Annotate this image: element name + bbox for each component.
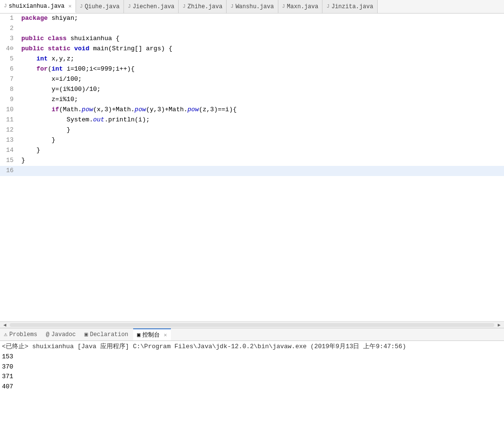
line-number: 11	[0, 115, 17, 125]
table-row: 3 public class shuixianhua {	[0, 34, 504, 44]
console-output-line: 153	[2, 352, 502, 362]
table-row: 14 }	[0, 146, 504, 156]
code-table: 1 package shiyan; 2 3 public class shuix…	[0, 14, 504, 321]
panel-tab-close-icon[interactable]: ✕	[164, 332, 167, 338]
panel-tab-label: 控制台	[142, 331, 160, 339]
line-code[interactable]: }	[17, 125, 504, 135]
line-code[interactable]: System.out.println(i);	[17, 115, 504, 125]
tab-maxn[interactable]: J Maxn.java	[278, 0, 323, 13]
javadoc-icon: @	[46, 331, 49, 338]
line-number: 12	[0, 125, 17, 135]
table-row: 9 z=i%10;	[0, 95, 504, 105]
line-code	[17, 176, 504, 321]
java-file-icon: J	[4, 3, 7, 9]
tab-close-icon[interactable]: ✕	[68, 3, 72, 9]
java-file-icon: J	[80, 4, 83, 9]
java-file-icon: J	[128, 4, 131, 9]
declaration-icon: ▣	[84, 331, 88, 338]
table-row: 13 }	[0, 135, 504, 146]
line-number: 14	[0, 146, 17, 156]
panel-tab-label: Declaration	[90, 331, 128, 338]
horizontal-scrollbar[interactable]: ◀ ▶	[0, 321, 504, 328]
line-number: 7	[0, 74, 17, 85]
panel-tab-label: Javadoc	[51, 331, 76, 338]
line-number: 13	[0, 135, 17, 146]
line-number: 9	[0, 95, 17, 105]
table-row: 10 if(Math.pow(x,3)+Math.pow(y,3)+Math.p…	[0, 105, 504, 115]
tab-jinzita[interactable]: J Jinzita.java	[322, 0, 377, 13]
tab-label: Maxn.java	[287, 3, 319, 10]
tab-label: Jiechen.java	[133, 3, 174, 10]
line-number: 6	[0, 64, 17, 74]
line-code[interactable]: for(int i=100;i<=999;i++){	[17, 64, 504, 74]
line-number: 3	[0, 34, 17, 44]
console-icon: ▣	[137, 331, 140, 339]
tab-shuixianhua[interactable]: J shuixianhua.java ✕	[0, 0, 76, 13]
line-number: 5	[0, 54, 17, 64]
panel-tab-javadoc[interactable]: @ Javadoc	[42, 328, 80, 340]
tab-label: Qiuhe.java	[85, 3, 120, 10]
table-row: 11 System.out.println(i);	[0, 115, 504, 125]
tab-label: Jinzita.java	[331, 3, 373, 10]
line-code[interactable]: public class shuixianhua {	[17, 34, 504, 44]
line-code[interactable]: package shiyan;	[17, 14, 504, 24]
bottom-panel: ⚠ Problems @ Javadoc ▣ Declaration ▣ 控制台…	[0, 328, 504, 428]
panel-tab-console[interactable]: ▣ 控制台 ✕	[133, 328, 171, 340]
table-row: 2	[0, 24, 504, 34]
table-row: 5 int x,y,z;	[0, 54, 504, 64]
line-code[interactable]: z=i%10;	[17, 95, 504, 105]
line-number: 2	[0, 24, 17, 34]
console-status-line: <已终止> shuixianhua [Java 应用程序] C:\Program…	[2, 342, 502, 352]
line-code[interactable]	[17, 166, 504, 176]
tab-label: Zhihe.java	[187, 3, 222, 10]
line-code[interactable]	[17, 24, 504, 34]
line-code[interactable]: public static void main(String[] args) {	[17, 44, 504, 54]
table-row	[0, 176, 504, 321]
tab-jiechen[interactable]: J Jiechen.java	[124, 0, 179, 13]
tab-qiuhe[interactable]: J Qiuhe.java	[76, 0, 124, 13]
table-row: 6 for(int i=100;i<=999;i++){	[0, 64, 504, 74]
tab-wanshu[interactable]: J Wanshu.java	[227, 0, 278, 13]
java-file-icon: J	[282, 4, 285, 9]
line-number: 10	[0, 105, 17, 115]
line-number: 15	[0, 156, 17, 166]
code-container[interactable]: 1 package shiyan; 2 3 public class shuix…	[0, 14, 504, 321]
line-code[interactable]: int x,y,z;	[17, 54, 504, 64]
panel-tab-declaration[interactable]: ▣ Declaration	[80, 328, 132, 340]
scroll-track[interactable]	[10, 323, 494, 327]
panel-tab-bar: ⚠ Problems @ Javadoc ▣ Declaration ▣ 控制台…	[0, 328, 504, 341]
line-number: 4⊖	[0, 44, 17, 54]
console-output[interactable]: <已终止> shuixianhua [Java 应用程序] C:\Program…	[0, 341, 504, 428]
java-file-icon: J	[230, 4, 233, 9]
panel-tab-problems[interactable]: ⚠ Problems	[0, 328, 41, 340]
editor-area: 1 package shiyan; 2 3 public class shuix…	[0, 14, 504, 328]
table-row: 1 package shiyan;	[0, 14, 504, 24]
console-output-line: 370	[2, 362, 502, 372]
line-code[interactable]: }	[17, 156, 504, 166]
line-code[interactable]: if(Math.pow(x,3)+Math.pow(y,3)+Math.pow(…	[17, 105, 504, 115]
table-row: 16	[0, 166, 504, 176]
problems-icon: ⚠	[4, 331, 7, 338]
line-code[interactable]: x=i/100;	[17, 74, 504, 85]
table-row: 4⊖ public static void main(String[] args…	[0, 44, 504, 54]
console-output-line: 371	[2, 372, 502, 382]
line-number: 8	[0, 85, 17, 95]
line-code[interactable]: }	[17, 135, 504, 146]
editor-tab-bar: J shuixianhua.java ✕ J Qiuhe.java J Jiec…	[0, 0, 504, 14]
line-number: 16	[0, 166, 17, 176]
line-code[interactable]: }	[17, 146, 504, 156]
scroll-right-arrow[interactable]: ▶	[496, 322, 502, 328]
java-file-icon: J	[326, 4, 329, 9]
line-number: 1	[0, 14, 17, 24]
console-output-line: 407	[2, 382, 502, 392]
tab-zhihe[interactable]: J Zhihe.java	[179, 0, 227, 13]
table-row: 8 y=(i%100)/10;	[0, 85, 504, 95]
line-code[interactable]: y=(i%100)/10;	[17, 85, 504, 95]
tab-label: Wanshu.java	[235, 3, 274, 10]
java-file-icon: J	[183, 4, 185, 9]
table-row: 12 }	[0, 125, 504, 135]
table-row: 15 }	[0, 156, 504, 166]
panel-tab-label: Problems	[9, 331, 37, 338]
line-number	[0, 176, 17, 321]
scroll-left-arrow[interactable]: ◀	[2, 322, 8, 328]
